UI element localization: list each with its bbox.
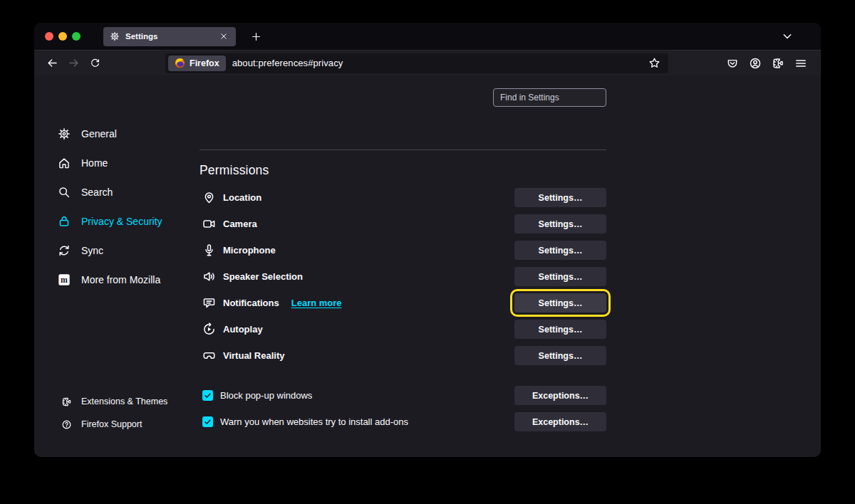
checkbox-label[interactable]: Warn you when websites try to install ad… <box>220 416 408 427</box>
permission-row-location: Location Settings… <box>200 184 606 211</box>
forward-arrow-icon <box>68 57 80 69</box>
settings-main: Permissions Location Settings… Camera Se… <box>200 75 606 457</box>
sidebar-item-extensions-themes[interactable]: Extensions & Themes <box>34 390 200 413</box>
microphone-icon <box>202 243 216 257</box>
tab-close-icon[interactable] <box>218 31 229 42</box>
sidebar-item-general[interactable]: General <box>34 119 200 148</box>
zoom-window-button[interactable] <box>72 32 81 41</box>
permission-label: Camera <box>223 219 257 229</box>
url-bar[interactable]: Firefox about:preferences#privacy <box>165 53 668 73</box>
learn-more-link[interactable]: Learn more <box>291 298 342 308</box>
identity-chip-label: Firefox <box>190 58 219 68</box>
tab-bar: Settings <box>34 23 821 50</box>
permission-row-virtual-reality: Virtual Reality Settings… <box>200 342 606 369</box>
plus-icon <box>251 31 261 42</box>
speaker-icon <box>202 270 216 283</box>
permission-row-camera: Camera Settings… <box>200 211 606 237</box>
browser-window: Settings Firefox about:preferences#priva… <box>34 23 821 457</box>
new-tab-button[interactable] <box>246 26 266 46</box>
exceptions-button-block-pop-up-windows[interactable]: Exceptions… <box>514 386 606 405</box>
sidebar-item-label: General <box>81 128 117 140</box>
settings-button-microphone[interactable]: Settings… <box>514 241 606 260</box>
back-arrow-icon <box>46 57 58 69</box>
exceptions-button-warn-you-when-websites-try-to-install-add-ons[interactable]: Exceptions… <box>514 412 606 431</box>
lock-icon <box>58 215 71 228</box>
location-icon <box>202 191 216 204</box>
forward-button[interactable] <box>63 53 84 73</box>
autoplay-icon <box>202 322 216 336</box>
permissions-heading: Permissions <box>200 163 606 178</box>
popup-checkbox-list: Block pop-up windows Exceptions… Warn yo… <box>200 382 606 435</box>
tab-settings[interactable]: Settings <box>103 27 236 46</box>
question-icon <box>61 419 72 430</box>
reload-button[interactable] <box>84 53 105 73</box>
permissions-list: Location Settings… Camera Settings… Micr… <box>200 184 606 369</box>
settings-button-virtual-reality[interactable]: Settings… <box>514 346 606 365</box>
settings-button-speaker-selection[interactable]: Settings… <box>514 267 606 286</box>
sidebar-item-privacy-security[interactable]: Privacy & Security <box>34 206 200 236</box>
back-button[interactable] <box>41 53 63 73</box>
window-controls <box>34 32 81 41</box>
list-tabs-chevron-icon[interactable] <box>781 30 794 43</box>
find-row <box>200 88 606 107</box>
settings-sidebar: General Home Search Privacy & Security S… <box>34 75 200 457</box>
settings-button-location[interactable]: Settings… <box>514 188 606 207</box>
checkbox-label[interactable]: Block pop-up windows <box>220 390 312 401</box>
identity-chip[interactable]: Firefox <box>168 56 226 71</box>
sidebar-item-firefox-support[interactable]: Firefox Support <box>34 413 200 436</box>
sidebar-nav: General Home Search Privacy & Security S… <box>34 119 200 294</box>
sidebar-item-sync[interactable]: Sync <box>34 236 200 265</box>
checkbox[interactable] <box>202 390 213 401</box>
checkbox-row-warn-you-when-websites-try-to-install-add-ons: Warn you when websites try to install ad… <box>200 409 606 435</box>
sync-icon <box>58 244 71 257</box>
settings-content: General Home Search Privacy & Security S… <box>34 75 821 457</box>
sidebar-item-home[interactable]: Home <box>34 148 200 177</box>
sidebar-footer-label: Firefox Support <box>81 419 142 429</box>
checkbox-row-block-pop-up-windows: Block pop-up windows Exceptions… <box>200 382 606 409</box>
vr-icon <box>202 349 216 362</box>
permission-row-microphone: Microphone Settings… <box>200 237 606 263</box>
reload-icon <box>90 58 100 68</box>
permission-label: Virtual Reality <box>223 350 284 361</box>
permission-row-notifications: Notifications Learn more Settings… <box>200 290 606 316</box>
settings-button-notifications[interactable]: Settings… <box>514 293 606 313</box>
sidebar-footer: Extensions & Themes Firefox Support <box>34 390 200 436</box>
pocket-icon[interactable] <box>726 57 739 70</box>
svg-text:m: m <box>61 275 68 285</box>
account-icon[interactable] <box>749 57 762 70</box>
sidebar-item-label: Privacy & Security <box>81 216 162 227</box>
mozilla-icon: m <box>58 273 71 286</box>
minimize-window-button[interactable] <box>58 32 67 41</box>
gear-icon <box>110 31 120 41</box>
permission-label: Speaker Selection <box>223 271 303 282</box>
menu-hamburger-icon[interactable] <box>794 57 807 70</box>
bookmark-star-icon[interactable] <box>648 57 660 69</box>
tab-title: Settings <box>125 32 212 41</box>
sidebar-item-label: Home <box>81 157 108 169</box>
sidebar-footer-label: Extensions & Themes <box>81 397 167 406</box>
find-in-settings-input[interactable] <box>493 88 606 107</box>
checkbox[interactable] <box>202 416 213 427</box>
settings-button-autoplay[interactable]: Settings… <box>514 320 606 339</box>
notifications-icon <box>202 296 216 310</box>
extensions-puzzle-icon[interactable] <box>772 57 784 70</box>
toolbar-right-icons <box>726 57 814 70</box>
sidebar-item-label: More from Mozilla <box>81 274 160 285</box>
permission-label: Location <box>223 192 261 203</box>
permission-label: Microphone <box>223 245 276 256</box>
puzzle-icon <box>61 397 72 407</box>
permission-row-speaker-selection: Speaker Selection Settings… <box>200 263 606 290</box>
sidebar-item-label: Search <box>81 187 113 198</box>
sidebar-item-search[interactable]: Search <box>34 177 200 206</box>
gear-icon <box>58 127 71 140</box>
permission-label: Autoplay <box>223 324 263 335</box>
sidebar-item-more-from-mozilla[interactable]: m More from Mozilla <box>34 265 200 294</box>
permission-label: Notifications <box>223 298 279 308</box>
settings-button-camera[interactable]: Settings… <box>514 214 606 233</box>
section-separator <box>200 149 606 150</box>
camera-icon <box>202 217 216 231</box>
search-icon <box>58 186 71 199</box>
permission-row-autoplay: Autoplay Settings… <box>200 316 606 342</box>
sidebar-item-label: Sync <box>81 245 103 256</box>
close-window-button[interactable] <box>45 32 53 41</box>
